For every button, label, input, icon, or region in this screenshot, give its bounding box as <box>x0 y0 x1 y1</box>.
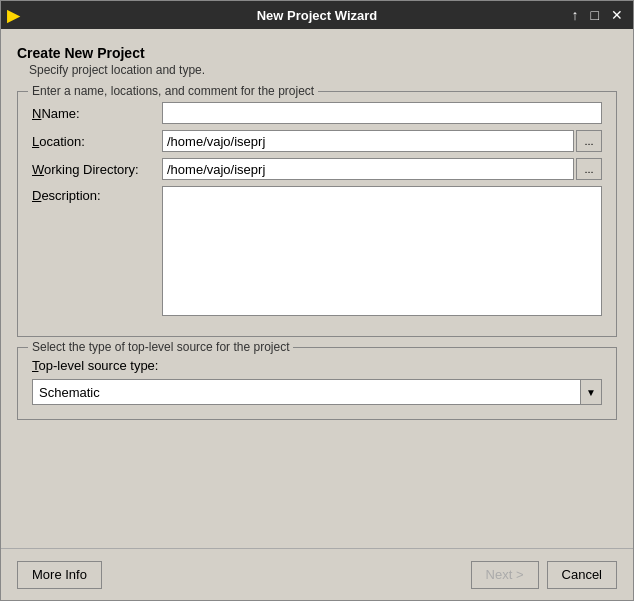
page-title: Create New Project <box>17 45 617 61</box>
source-type-fieldset: Select the type of top-level source for … <box>17 347 617 420</box>
name-label: NName: <box>32 106 162 121</box>
page-subtitle: Specify project location and type. <box>29 63 617 77</box>
cancel-button[interactable]: Cancel <box>547 561 617 589</box>
page-header: Create New Project Specify project locat… <box>17 45 617 77</box>
name-row: NName: <box>32 102 602 124</box>
description-input[interactable] <box>162 186 602 316</box>
project-info-fieldset: Enter a name, locations, and comment for… <box>17 91 617 337</box>
type-select-wrapper: Schematic VHDL Verilog HDL EDIF NGC Stat… <box>32 379 602 405</box>
location-input-group: ... <box>162 130 602 152</box>
footer-left: More Info <box>17 561 102 589</box>
footer-right: Next > Cancel <box>471 561 617 589</box>
window: ▶ New Project Wizard ↑ □ ✕ Create New Pr… <box>0 0 634 601</box>
footer: More Info Next > Cancel <box>1 548 633 600</box>
window-close-button[interactable]: ✕ <box>607 6 627 24</box>
window-up-button[interactable]: ↑ <box>568 6 583 24</box>
location-label: Location: <box>32 134 162 149</box>
source-type-legend: Select the type of top-level source for … <box>28 340 293 354</box>
location-browse-button[interactable]: ... <box>576 130 602 152</box>
type-label: Top-level source type: <box>32 358 602 373</box>
description-row: Description: <box>32 186 602 316</box>
titlebar-left: ▶ <box>7 6 19 25</box>
titlebar-controls: ↑ □ ✕ <box>568 6 627 24</box>
working-dir-label-underline: W <box>32 162 44 177</box>
description-label-underline: D <box>32 188 41 203</box>
more-info-button[interactable]: More Info <box>17 561 102 589</box>
working-dir-browse-button[interactable]: ... <box>576 158 602 180</box>
name-label-text: N <box>32 106 41 121</box>
working-dir-label-text: orking Directory: <box>44 162 139 177</box>
next-label: Next > <box>486 567 524 582</box>
description-label: Description: <box>32 188 162 203</box>
location-label-text: ocation: <box>39 134 85 149</box>
next-button[interactable]: Next > <box>471 561 539 589</box>
location-row: Location: ... <box>32 130 602 152</box>
name-input[interactable] <box>162 102 602 124</box>
location-input[interactable] <box>162 130 574 152</box>
working-dir-input[interactable] <box>162 158 574 180</box>
window-title: New Project Wizard <box>257 8 378 23</box>
working-dir-row: Working Directory: ... <box>32 158 602 180</box>
type-label-text: op-level source type: <box>39 358 159 373</box>
window-maximize-button[interactable]: □ <box>587 6 603 24</box>
project-info-legend: Enter a name, locations, and comment for… <box>28 84 318 98</box>
titlebar: ▶ New Project Wizard ↑ □ ✕ <box>1 1 633 29</box>
description-label-text: escription: <box>41 188 100 203</box>
app-icon: ▶ <box>7 6 19 25</box>
type-select[interactable]: Schematic VHDL Verilog HDL EDIF NGC Stat… <box>32 379 602 405</box>
main-content: Create New Project Specify project locat… <box>1 29 633 548</box>
working-dir-label: Working Directory: <box>32 162 162 177</box>
working-dir-input-group: ... <box>162 158 602 180</box>
